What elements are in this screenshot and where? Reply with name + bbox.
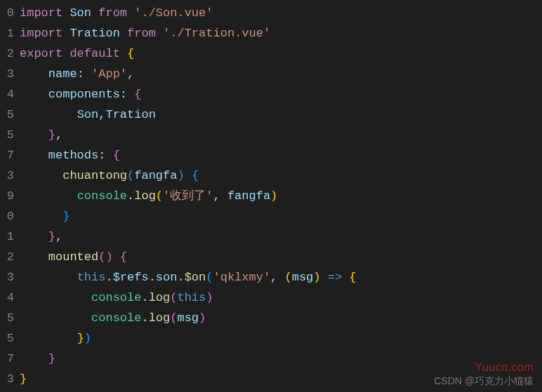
line-number: 2 (0, 247, 20, 267)
line-number: 4 (0, 288, 20, 308)
code-token (20, 250, 48, 264)
code-area[interactable]: import Son from './Son.vue'import Tratio… (20, 0, 542, 392)
code-token: . (141, 311, 148, 325)
code-token: ) (199, 311, 206, 325)
code-token: 'qklxmy' (213, 271, 270, 284)
code-token (20, 169, 62, 182)
code-line[interactable]: this.$refs.son.$on('qklxmy', (msg) => { (20, 267, 542, 288)
line-number: 1 (0, 23, 20, 43)
code-line[interactable]: console.log('收到了', fangfa) (20, 186, 542, 206)
code-token: chuantong (62, 169, 127, 182)
line-number: 7 (0, 145, 20, 165)
code-token (321, 271, 328, 284)
code-token: ) (84, 332, 91, 345)
code-token (20, 210, 62, 223)
code-line[interactable]: console.log(msg) (20, 308, 542, 328)
code-token: ( (285, 271, 292, 284)
line-number-gutter: 0123455739012345573 (0, 0, 20, 392)
code-line[interactable]: import Tration from './Tration.vue' (20, 23, 542, 43)
code-token (20, 128, 48, 142)
code-token: log (149, 311, 171, 325)
code-token: , (55, 128, 62, 142)
code-token: . (141, 291, 148, 304)
code-line[interactable]: console.log(this) (20, 288, 542, 308)
code-token: { (134, 88, 141, 101)
code-token: => (328, 271, 342, 284)
code-editor[interactable]: 0123455739012345573 import Son from './S… (0, 0, 542, 392)
code-token: } (62, 210, 70, 223)
code-token: './Son.vue' (134, 6, 213, 20)
code-token (156, 27, 163, 40)
code-line[interactable]: }, (20, 227, 542, 247)
code-line[interactable]: }, (20, 125, 542, 145)
code-token: $on (185, 271, 206, 284)
code-token: : (98, 149, 112, 162)
code-token: ) (313, 271, 320, 284)
code-token (62, 47, 70, 60)
line-number: 5 (0, 104, 20, 125)
line-number: 5 (0, 125, 20, 145)
code-token: export (20, 47, 62, 60)
code-token: log (149, 291, 171, 304)
line-number: 0 (0, 3, 20, 23)
code-token: Son (70, 6, 91, 20)
code-token: , (98, 108, 105, 121)
code-token: Tration (105, 108, 155, 121)
code-token: { (120, 250, 127, 264)
code-line[interactable]: import Son from './Son.vue' (20, 3, 542, 23)
code-token (127, 6, 134, 20)
code-token (113, 250, 120, 264)
code-token: } (48, 352, 55, 365)
line-number: 7 (0, 349, 20, 369)
code-token: { (127, 47, 134, 60)
code-line[interactable]: Son,Tration (20, 104, 542, 125)
code-token: '收到了' (163, 189, 213, 203)
code-token: fangfa (227, 189, 270, 203)
code-token: . (149, 271, 156, 284)
code-token (120, 47, 127, 60)
code-token (62, 27, 70, 40)
code-token: import (20, 6, 62, 20)
code-token: , (213, 189, 227, 203)
line-number: 0 (0, 206, 20, 227)
code-token (20, 311, 91, 325)
code-token: , (270, 271, 284, 284)
code-token: : (77, 67, 91, 81)
code-token: mounted (48, 250, 98, 264)
code-token: './Tration.vue' (163, 27, 270, 40)
line-number: 3 (0, 165, 20, 186)
code-line[interactable]: name: 'App', (20, 64, 542, 84)
code-token: this (177, 291, 206, 304)
code-token (120, 27, 127, 40)
code-line[interactable]: components: { (20, 84, 542, 104)
line-number: 2 (0, 43, 20, 64)
code-token: from (127, 27, 156, 40)
code-token (20, 332, 77, 345)
code-token: { (192, 169, 199, 182)
code-line[interactable]: }) (20, 328, 542, 349)
code-token: { (349, 271, 356, 284)
code-token: . (105, 271, 112, 284)
code-token (20, 149, 48, 162)
code-token: components (48, 88, 120, 101)
code-token: log (134, 189, 156, 203)
watermark-main: Yuucn.com (475, 361, 534, 374)
code-token: methods (48, 149, 98, 162)
code-token (20, 352, 48, 365)
code-token: ) (206, 291, 213, 304)
code-line[interactable]: } (20, 349, 542, 369)
code-token (20, 67, 48, 81)
code-line[interactable]: export default { (20, 43, 542, 64)
code-line[interactable]: mounted() { (20, 247, 542, 267)
code-token: fangfa (134, 169, 177, 182)
code-token: name (48, 67, 77, 81)
code-token: Son (77, 108, 99, 121)
line-number: 4 (0, 84, 20, 104)
code-token (342, 271, 349, 284)
code-line[interactable]: } (20, 206, 542, 227)
code-line[interactable]: methods: { (20, 145, 542, 165)
code-line[interactable]: chuantong(fangfa) { (20, 165, 542, 186)
code-token (20, 88, 48, 101)
code-token: 'App' (91, 67, 127, 81)
watermark-sub: CSDN @巧克力小猫猿 (434, 375, 534, 388)
